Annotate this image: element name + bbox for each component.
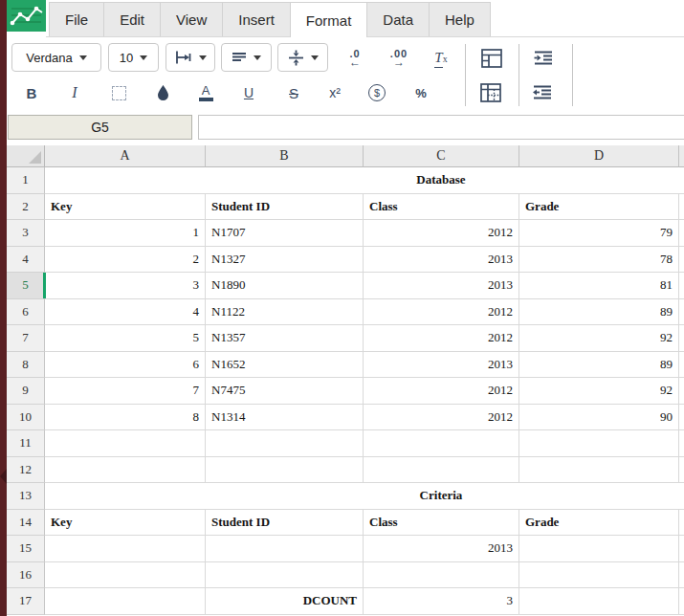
cell[interactable]: 92 (519, 378, 679, 405)
vertical-align-dropdown[interactable] (277, 43, 328, 72)
cell[interactable] (519, 562, 679, 589)
row-header-14[interactable]: 14 (7, 510, 45, 537)
decrease-indent-button[interactable] (530, 80, 555, 105)
cell[interactable]: Key (45, 510, 206, 537)
row-header-9[interactable]: 9 (7, 378, 45, 405)
cell[interactable]: Key (45, 194, 206, 221)
cell[interactable] (206, 536, 364, 562)
cell[interactable] (45, 562, 206, 589)
cell[interactable] (679, 430, 684, 457)
menu-tab-format[interactable]: Format (290, 2, 368, 37)
cell[interactable] (364, 430, 519, 457)
merge-cells-button[interactable] (478, 80, 503, 105)
name-box[interactable]: G5 (8, 115, 192, 140)
cell[interactable] (45, 536, 206, 562)
cell[interactable]: 2012 (364, 299, 519, 326)
row-header-2[interactable]: 2 (7, 194, 45, 221)
cell[interactable]: 3 (45, 273, 206, 299)
font-size-dropdown[interactable]: 10 (108, 43, 159, 72)
clear-formatting-button[interactable]: Tx (427, 47, 455, 70)
horizontal-align-dropdown[interactable] (221, 43, 272, 72)
cell[interactable]: N1707 (206, 220, 364, 247)
cell[interactable]: Student ID (206, 510, 364, 537)
cell[interactable]: 78 (519, 247, 679, 274)
row-header-5[interactable]: 5 (7, 273, 45, 299)
cell[interactable] (679, 273, 684, 299)
cell[interactable]: 4 (45, 299, 206, 326)
cell[interactable] (679, 299, 684, 326)
text-color-button[interactable]: A (193, 80, 218, 105)
row-header-12[interactable]: 12 (7, 457, 45, 484)
cell[interactable] (45, 588, 206, 615)
cell[interactable] (679, 247, 684, 274)
menu-tab-edit[interactable]: Edit (103, 2, 161, 36)
italic-button[interactable]: I (62, 80, 87, 105)
cell[interactable]: 8 (45, 405, 206, 431)
cell[interactable]: N1122 (206, 299, 364, 326)
cell[interactable] (206, 430, 364, 457)
column-header-b[interactable]: B (206, 145, 364, 167)
column-width-dropdown[interactable] (165, 43, 215, 72)
cell[interactable] (364, 457, 519, 484)
superscript-button[interactable]: x² (321, 80, 348, 105)
cell[interactable]: 81 (519, 273, 679, 299)
menu-tab-view[interactable]: View (160, 2, 223, 36)
currency-format-button[interactable]: $ (364, 80, 389, 105)
cell[interactable] (206, 562, 364, 589)
cell[interactable]: 1 (45, 220, 206, 247)
cell[interactable]: 90 (519, 405, 679, 431)
cell[interactable]: 7 (45, 378, 206, 405)
column-header-c[interactable]: C (364, 145, 519, 167)
cell[interactable]: 2012 (364, 405, 519, 431)
cell[interactable] (519, 536, 679, 562)
cell[interactable] (679, 405, 684, 431)
cell[interactable]: 2013 (364, 536, 519, 562)
cell[interactable] (519, 588, 679, 615)
row-header-15[interactable]: 15 (7, 536, 45, 562)
menu-tab-data[interactable]: Data (366, 2, 430, 36)
row-header-6[interactable]: 6 (7, 299, 45, 326)
cell[interactable]: N1652 (206, 352, 364, 379)
font-name-dropdown[interactable]: Verdana (11, 43, 101, 72)
bold-button[interactable]: B (19, 80, 44, 105)
underline-button[interactable]: U (236, 80, 261, 105)
strikethrough-button[interactable]: S (281, 80, 306, 105)
cell[interactable] (679, 194, 684, 221)
cell[interactable] (679, 536, 684, 562)
cell[interactable]: N7475 (206, 378, 364, 405)
cell[interactable]: N1357 (206, 325, 364, 352)
row-header-13[interactable]: 13 (7, 483, 45, 510)
cell[interactable]: 2013 (364, 273, 519, 299)
merged-cell-database[interactable]: Database (45, 167, 684, 194)
cell[interactable]: 89 (519, 352, 679, 379)
menu-tab-help[interactable]: Help (429, 2, 491, 36)
cell[interactable]: 2012 (364, 378, 519, 405)
cell[interactable]: 2012 (364, 220, 519, 247)
decrease-decimals-button[interactable]: .0 ← (337, 47, 373, 70)
row-header-7[interactable]: 7 (7, 325, 45, 352)
cell[interactable]: 5 (45, 325, 206, 352)
cell[interactable] (519, 430, 679, 457)
borders-button[interactable] (106, 80, 131, 105)
cell[interactable] (679, 562, 684, 589)
row-header-8[interactable]: 8 (7, 352, 45, 379)
column-header-a[interactable]: A (45, 145, 206, 167)
cell[interactable] (679, 325, 684, 352)
cell[interactable] (679, 378, 684, 405)
edge-collapse-arrow[interactable] (0, 469, 7, 484)
cell[interactable]: N1890 (206, 273, 364, 299)
cell[interactable] (679, 588, 684, 615)
cell[interactable]: 3 (364, 588, 519, 615)
cell[interactable]: Grade (519, 510, 679, 537)
cell[interactable] (679, 220, 684, 247)
fill-color-button[interactable] (150, 80, 175, 105)
row-header-1[interactable]: 1 (7, 167, 45, 194)
cell[interactable]: Class (364, 194, 519, 221)
cell[interactable]: 2 (45, 247, 206, 274)
cell[interactable] (206, 457, 364, 484)
cell[interactable]: N1327 (206, 247, 364, 274)
menu-tab-insert[interactable]: Insert (222, 2, 291, 36)
cell[interactable] (45, 457, 206, 484)
row-header-3[interactable]: 3 (7, 220, 45, 247)
cell[interactable]: 79 (519, 220, 679, 247)
